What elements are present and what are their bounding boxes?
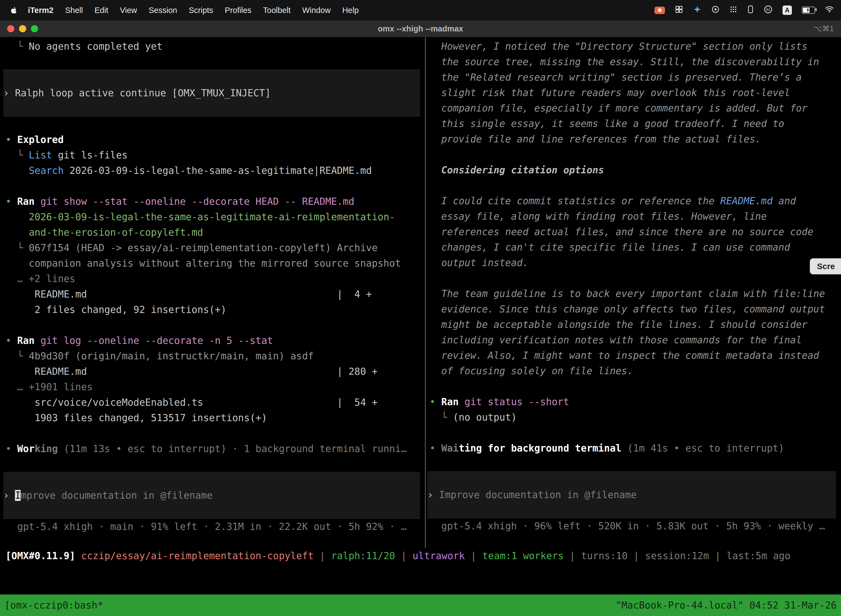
terminal-line: of focusing solely on file lines. [429, 363, 841, 378]
zoom-window-button[interactable] [31, 25, 38, 32]
prompt-input-right[interactable]: › Improve documentation in @filename [428, 471, 836, 518]
screen-recording-indicator-icon[interactable] [655, 7, 665, 14]
terminal-line: changes, I can't cite specific file line… [429, 239, 841, 255]
menu-bar: iTerm2 Shell Edit View Session Scripts P… [0, 0, 841, 21]
keyboard-layout-icon[interactable]: A [782, 6, 792, 15]
terminal-line: … +2 lines [6, 271, 425, 286]
menu-item-edit[interactable]: Edit [89, 0, 114, 21]
terminal-line: › Ralph loop active continue [OMX_TMUX_I… [3, 85, 420, 101]
disc-icon[interactable] [711, 5, 719, 15]
terminal-line [6, 116, 425, 132]
terminal-line: • Working (11m 13s • esc to interrupt) ·… [6, 441, 425, 456]
apple-menu-icon[interactable] [10, 6, 18, 14]
terminal-line: I could cite commit statistics or refere… [429, 193, 841, 209]
terminal-line: README.md | 4 + [6, 286, 425, 302]
menu-bar-status-icons: 61 A [655, 5, 841, 16]
prompt-input-left[interactable]: › Improve documentation in @filename [3, 472, 420, 519]
terminal-line: • Ran git status --short [429, 394, 841, 409]
terminal-line: Search 2026-03-09-is-legal-the-same-as-l… [6, 163, 425, 178]
terminal-line: this single essay, it seems like a good … [429, 116, 841, 131]
right-pane: However, I noticed the "Directory Struct… [426, 37, 841, 534]
prompt-input-line[interactable]: › Improve documentation in @filename [428, 487, 836, 503]
terminal-line: • Explored [6, 132, 425, 147]
tmux-session-label: [omx-cczip0:bash* [4, 600, 103, 611]
gauge-icon[interactable]: 61 [764, 5, 772, 16]
terminal-line [429, 178, 841, 193]
device-icon[interactable] [747, 5, 754, 15]
wifi-icon[interactable] [825, 6, 834, 15]
minimize-window-button[interactable] [19, 25, 26, 32]
terminal-line: review. Also, I might want to inspect th… [429, 348, 841, 363]
menu-item-shell[interactable]: Shell [59, 0, 89, 21]
left-pane: └ No agents completed yet › Ralph loop a… [0, 37, 425, 534]
traffic-lights [7, 25, 38, 32]
menu-bar-left: iTerm2 Shell Edit View Session Scripts P… [0, 0, 365, 21]
terminal-line [6, 425, 425, 441]
terminal: └ No agents completed yet › Ralph loop a… [0, 37, 841, 616]
terminal-line: 2 files changed, 92 insertions(+) [6, 302, 425, 317]
terminal-line: the source tree, missing the essay. Stil… [429, 54, 841, 70]
terminal-line: README.md | 280 + [6, 364, 425, 379]
highlight-block: › Ralph loop active continue [OMX_TMUX_I… [3, 70, 420, 116]
terminal-line: essay file, along with finding root file… [429, 209, 841, 224]
terminal-line: src/voice/voiceModeEnabled.ts | 54 + [6, 395, 425, 410]
battery-icon[interactable] [802, 7, 815, 14]
terminal-line: slight risk that future readers may over… [429, 85, 841, 100]
terminal-line: companion analysis without altering the … [6, 255, 425, 271]
prompt-arrow: › [3, 490, 15, 501]
terminal-line [429, 147, 841, 162]
terminal-line [429, 456, 841, 471]
terminal-line: └ 4b9d30f (origin/main, instructkr/main,… [6, 348, 425, 364]
window-shortcut: ⌥⌘1 [814, 21, 834, 37]
terminal-line: output instead. [429, 255, 841, 270]
terminal-line: provide file and line references from th… [429, 131, 841, 147]
terminal-line: └ 067f154 (HEAD -> essay/ai-reimplementa… [6, 240, 425, 255]
terminal-line: [OMX#0.11.9] cczip/essay/ai-reimplementa… [6, 548, 841, 563]
terminal-line: However, I noticed the "Directory Struct… [429, 39, 841, 54]
text-cursor: I [15, 490, 21, 501]
menu-item-window[interactable]: Window [296, 0, 336, 21]
terminal-line: 2026-03-09-is-legal-the-same-as-legitima… [6, 209, 425, 224]
terminal-line: references need actual files, and since … [429, 224, 841, 239]
svg-text:61: 61 [766, 8, 770, 12]
tmux-host-time-label: "MacBook-Pro-44.local" 04:52 31-Mar-26 [615, 600, 837, 611]
terminal-line: └ No agents completed yet [6, 39, 425, 54]
terminal-line: Considering citation options [429, 162, 841, 178]
menu-item-iterm2[interactable]: iTerm2 [22, 0, 59, 21]
terminal-line [6, 54, 425, 70]
session-status-right: gpt-5.4 xhigh · 96% left · 520K in · 5.8… [429, 518, 841, 534]
terminal-line [429, 425, 841, 440]
menu-item-session[interactable]: Session [143, 0, 183, 21]
terminal-line: └ List git ls-files [6, 147, 425, 163]
window-title-bar[interactable]: omx --xhigh --madmax ⌥⌘1 [0, 21, 841, 37]
terminal-line: • Waiting for background terminal (1m 41… [429, 440, 841, 456]
terminal-line: might be acceptable alongside the file l… [429, 317, 841, 332]
menu-item-view[interactable]: View [114, 0, 143, 21]
window-grid-icon[interactable] [675, 5, 683, 15]
prompt-arrow: › [428, 489, 439, 500]
tmux-status-bar: [omx-cczip0:bash* "MacBook-Pro-44.local"… [0, 594, 841, 616]
menu-item-help[interactable]: Help [336, 0, 365, 21]
terminal-output-right: However, I noticed the "Directory Struct… [429, 39, 841, 471]
close-window-button[interactable] [7, 25, 14, 32]
terminal-line: … +1901 lines [6, 379, 425, 395]
window-title: omx --xhigh --madmax [0, 21, 841, 37]
prompt-input-line[interactable]: › Improve documentation in @filename [3, 488, 420, 503]
terminal-line [6, 317, 425, 333]
terminal-line: • Ran git show --stat --oneline --decora… [6, 194, 425, 209]
app-grid-icon[interactable] [730, 6, 737, 15]
session-status-left: gpt-5.4 xhigh · main · 91% left · 2.31M … [6, 519, 425, 534]
terminal-output-left: └ No agents completed yet › Ralph loop a… [6, 39, 425, 472]
terminal-line: the "Related research writing" section i… [429, 70, 841, 85]
menu-item-toolbelt[interactable]: Toolbelt [257, 0, 296, 21]
terminal-line: • Ran git log --oneline --decorate -n 5 … [6, 333, 425, 348]
terminal-line [6, 456, 425, 472]
notification-toast[interactable]: Scre [810, 258, 841, 274]
terminal-line: companion file, especially if more comme… [429, 100, 841, 116]
terminal-line: and-the-erosion-of-copyleft.md [6, 224, 425, 240]
menu-item-scripts[interactable]: Scripts [183, 0, 219, 21]
prompt-input-text: Improve documentation in @filename [439, 489, 637, 500]
prompt-input-text: mprove documentation in @filename [21, 490, 212, 501]
spark-icon[interactable] [693, 5, 701, 15]
menu-item-profiles[interactable]: Profiles [219, 0, 258, 21]
